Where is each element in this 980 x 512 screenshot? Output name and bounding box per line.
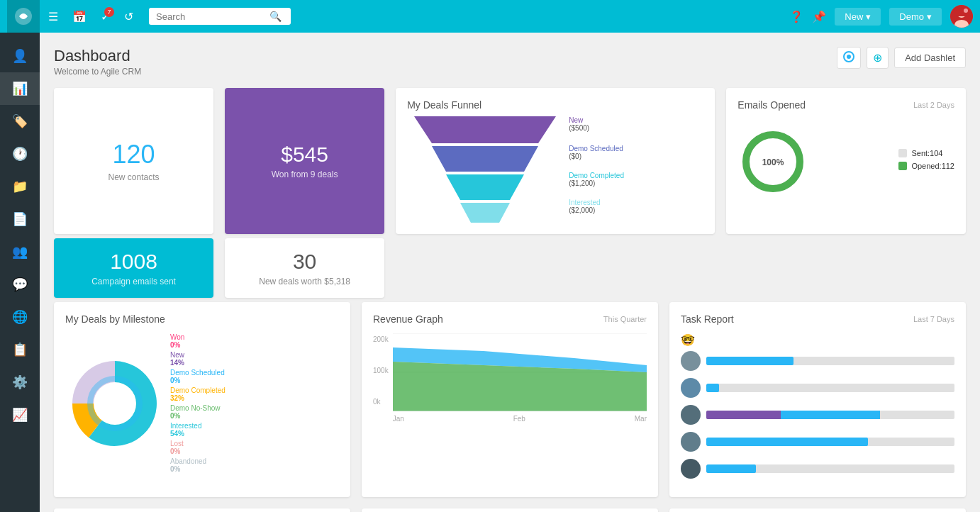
- task-avatar-2: [681, 378, 701, 398]
- svg-text:100%: 100%: [762, 157, 784, 167]
- sidebar-item-globe[interactable]: 🌐: [0, 301, 40, 333]
- legend-sent: Sent:104: [898, 149, 954, 157]
- sidebar-item-contacts[interactable]: 👤: [0, 40, 40, 72]
- new-deals-number: 30: [293, 250, 316, 274]
- task-bar-3b: [781, 411, 880, 419]
- task-avatar-4: [681, 432, 701, 452]
- app-logo[interactable]: [7, 0, 40, 33]
- donut-container: 100% Sent:104 Opened:112: [737, 119, 954, 204]
- new-contacts-card: 120 New contacts: [54, 88, 213, 234]
- donut-chart: 100%: [737, 126, 808, 197]
- milestone-card: My Deals by Milestone: [54, 302, 350, 497]
- revenue-y-axis: 200k 100k 0k: [373, 333, 393, 423]
- funnel-card: My Deals Funnel New($500) Demo Scheduled…: [396, 88, 715, 234]
- legend-opened: Opened:112: [898, 162, 954, 170]
- task-bar-3a: [706, 411, 781, 419]
- search-icon: 🔍: [269, 11, 282, 22]
- sidebar-item-reports[interactable]: 📄: [0, 203, 40, 235]
- donut-legend: Sent:104 Opened:112: [898, 149, 954, 174]
- sidebar-item-messages[interactable]: 💬: [0, 268, 40, 301]
- milestone-content: Won0% New14% Demo Scheduled0% Demo Compl…: [65, 333, 339, 473]
- page-title: Dashboard: [54, 47, 141, 65]
- task-avatar-5: [681, 459, 701, 479]
- sidebar-item-campaigns[interactable]: 📁: [0, 170, 40, 203]
- milestone-legend: Won0% New14% Demo Scheduled0% Demo Compl…: [165, 333, 339, 473]
- demo-button[interactable]: Demo ▾: [889, 8, 942, 26]
- add-dashlet-icon-button[interactable]: ⊕: [867, 47, 889, 69]
- task-avatar-1: [681, 351, 701, 371]
- page-title-group: Dashboard Welcome to Agile CRM: [54, 47, 141, 77]
- emails-card: Emails Opened Last 2 Days 100% Sent:104: [726, 88, 966, 234]
- contacts-card: My Contacts DI Dion Other, Signup RE Geo…: [54, 508, 350, 512]
- campaign-emails-card: 1008 Campaign emails sent: [54, 238, 213, 298]
- new-contacts-number: 120: [113, 140, 155, 169]
- new-contacts-label: New contacts: [108, 172, 160, 182]
- revenue-period: This Quarter: [603, 315, 647, 323]
- task-bar-2: [706, 384, 719, 392]
- sidebar-item-groups[interactable]: 👥: [0, 235, 40, 268]
- task-report-period: Last 7 Days: [913, 315, 954, 323]
- task-row-4: [681, 432, 954, 452]
- search-container: 🔍: [149, 8, 291, 25]
- sidebar-item-analytics[interactable]: 📈: [0, 399, 40, 431]
- nav-icon-group: ☰ 📅 ✓ 7 ↺ 🔍: [43, 6, 789, 28]
- chrome-icon-button[interactable]: [837, 47, 861, 69]
- add-dashlet-button[interactable]: Add Dashlet: [894, 48, 966, 68]
- revenue-header: Revenue Graph This Quarter: [373, 313, 647, 325]
- task-avatar-3: [681, 405, 701, 425]
- mid-row: My Deals by Milestone: [54, 302, 966, 497]
- sidebar-item-settings[interactable]: ⚙️: [0, 366, 40, 399]
- task-bar-4: [706, 438, 868, 446]
- sidebar-item-dashboard[interactable]: 📊: [0, 72, 40, 105]
- task-bar-dual: [706, 411, 954, 419]
- new-button[interactable]: New ▾: [835, 8, 881, 26]
- nav-history-icon[interactable]: ↺: [118, 6, 139, 28]
- revenue-x-axis: Jan Feb Mar: [393, 415, 647, 423]
- task-bar-bg-3: [706, 411, 954, 419]
- top-navigation: ☰ 📅 ✓ 7 ↺ 🔍 ❓ 📌 New ▾ Demo ▾: [0, 0, 980, 33]
- task-bar-1: [706, 357, 794, 365]
- task-row-2: [681, 378, 954, 398]
- task-bar-5: [706, 464, 756, 473]
- search-input[interactable]: [156, 11, 269, 22]
- svg-marker-9: [432, 146, 538, 172]
- revenue-chart-area: Jan Feb Mar: [393, 333, 647, 423]
- task-report-header: Task Report Last 7 Days: [681, 313, 954, 325]
- task-row-5: [681, 459, 954, 479]
- revenue-card: Revenue Graph This Quarter 200k 100k 0k: [362, 302, 658, 497]
- svg-marker-10: [446, 174, 524, 200]
- funnel-svg: [407, 116, 563, 223]
- emails-period: Last 2 Days: [913, 101, 954, 109]
- task-bar-bg-2: [706, 384, 954, 392]
- opened-dot: [898, 162, 907, 170]
- milestone-header: My Deals by Milestone: [65, 313, 339, 325]
- milestone-title: My Deals by Milestone: [65, 313, 165, 325]
- sidebar-item-files[interactable]: 📋: [0, 333, 40, 366]
- won-deals-number: $545: [281, 143, 328, 167]
- revenue-chart: 200k 100k 0k: [373, 333, 647, 423]
- funnel-title: My Deals Funnel: [407, 99, 703, 111]
- nav-right-group: ❓ 📌 New ▾ Demo ▾: [789, 5, 973, 28]
- svg-point-7: [847, 55, 851, 59]
- nav-menu-icon[interactable]: ☰: [43, 6, 64, 28]
- tasks-badge: 7: [104, 7, 114, 17]
- emails-header: Emails Opened Last 2 Days: [737, 99, 954, 111]
- svg-point-5: [964, 9, 968, 13]
- sent-dot: [898, 149, 907, 157]
- left-sidebar: 👤 📊 🏷️ 🕐 📁 📄 👥 💬 🌐 📋 ⚙️ 📈: [0, 33, 40, 512]
- task-row-1: [681, 351, 954, 371]
- nav-calendar-icon[interactable]: 📅: [67, 6, 92, 28]
- won-deals-label: Won from 9 deals: [272, 169, 338, 179]
- user-avatar[interactable]: [950, 5, 973, 28]
- sidebar-item-deals[interactable]: 🏷️: [0, 105, 40, 138]
- task-bar-bg-4: [706, 438, 954, 446]
- stats-row-2: 1008 Campaign emails sent 30 New deals w…: [54, 238, 966, 298]
- new-chevron-icon: ▾: [866, 11, 871, 22]
- nav-tasks-icon[interactable]: ✓ 7: [95, 6, 116, 28]
- help-button[interactable]: ❓: [789, 10, 803, 23]
- svg-marker-11: [460, 203, 510, 223]
- sidebar-item-history[interactable]: 🕐: [0, 138, 40, 170]
- task-bar-bg-1: [706, 357, 954, 365]
- header-actions: ⊕ Add Dashlet: [837, 47, 966, 69]
- pin-button[interactable]: 📌: [812, 10, 826, 23]
